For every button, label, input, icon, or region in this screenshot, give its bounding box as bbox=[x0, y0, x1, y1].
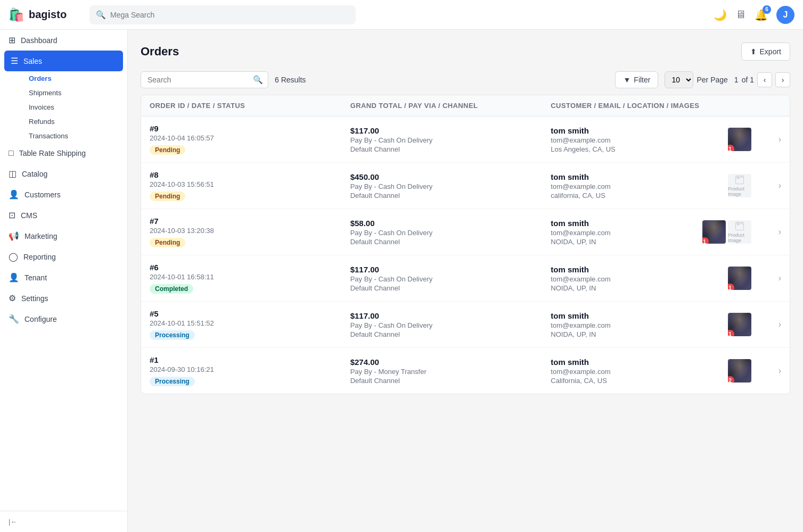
order-id-cell: #9 2024-10-04 16:05:57 Pending bbox=[150, 124, 350, 155]
order-pay-via: Pay By - Cash On Delivery bbox=[350, 229, 551, 237]
status-badge: Pending bbox=[150, 192, 185, 201]
global-search-bar[interactable]: 🔍 bbox=[89, 5, 356, 24]
sidebar-item-sales-label: Sales bbox=[23, 57, 42, 65]
product-image: 1 bbox=[728, 267, 751, 290]
row-navigate-arrow[interactable]: › bbox=[751, 273, 781, 283]
order-customer-cell: tom smith tom@example.com Los Angeles, C… bbox=[551, 126, 751, 153]
sidebar-item-dashboard-label: Dashboard bbox=[21, 36, 58, 45]
order-amount: $58.00 bbox=[350, 219, 551, 228]
notification-icon[interactable]: 🔔 6 bbox=[755, 9, 768, 21]
table-row: #9 2024-10-04 16:05:57 Pending $117.00 P… bbox=[141, 117, 790, 163]
filter-button[interactable]: ▼ Filter bbox=[615, 71, 658, 88]
reporting-icon: ◯ bbox=[9, 252, 18, 262]
product-images-cell: Product Image bbox=[728, 174, 751, 197]
order-id: #1 bbox=[150, 355, 350, 364]
customer-name: tom smith bbox=[551, 126, 615, 135]
row-navigate-arrow[interactable]: › bbox=[751, 135, 781, 144]
monitor-icon[interactable]: 🖥 bbox=[735, 9, 746, 21]
status-badge: Processing bbox=[150, 330, 195, 340]
mega-search-input[interactable] bbox=[110, 11, 349, 19]
product-image: 1 bbox=[728, 128, 751, 151]
col-header-action bbox=[751, 102, 781, 110]
order-customer-cell: tom smith tom@example.com NOIDA, UP, IN … bbox=[551, 219, 751, 246]
customer-name: tom smith bbox=[551, 172, 610, 181]
customer-email: tom@example.com bbox=[551, 136, 615, 144]
customer-name: tom smith bbox=[551, 219, 610, 228]
page-total: of 1 bbox=[742, 76, 754, 84]
customer-name: tom smith bbox=[551, 311, 610, 320]
sidebar-item-transactions[interactable]: Transactions bbox=[22, 129, 127, 143]
status-badge: Completed bbox=[150, 284, 193, 294]
orders-search-input[interactable] bbox=[141, 71, 268, 88]
sidebar-item-tenant[interactable]: 👤 Tenant bbox=[0, 267, 127, 288]
search-wrap: 🔍 bbox=[141, 71, 268, 88]
brand-icon: 🛍️ bbox=[9, 7, 24, 22]
order-id-cell: #8 2024-10-03 15:56:51 Pending bbox=[150, 170, 350, 201]
prev-page-button[interactable]: ‹ bbox=[757, 72, 772, 87]
customer-name: tom smith bbox=[551, 358, 610, 367]
order-channel: Default Channel bbox=[350, 330, 551, 338]
product-image-placeholder: Product Image bbox=[728, 220, 751, 244]
order-id: #7 bbox=[150, 217, 350, 226]
brand-logo[interactable]: 🛍️ bagisto bbox=[9, 7, 83, 22]
order-date: 2024-09-30 10:16:21 bbox=[150, 365, 350, 373]
export-button[interactable]: ⬆ Export bbox=[741, 43, 790, 61]
customer-location: NOIDA, UP, IN bbox=[551, 330, 610, 338]
moon-icon[interactable]: 🌙 bbox=[714, 9, 727, 21]
order-id: #6 bbox=[150, 263, 350, 272]
row-navigate-arrow[interactable]: › bbox=[751, 227, 781, 237]
order-amount: $117.00 bbox=[350, 311, 551, 320]
sidebar-item-dashboard[interactable]: ⊞ Dashboard bbox=[0, 30, 127, 51]
sidebar-item-settings-label: Settings bbox=[21, 294, 48, 303]
customer-email: tom@example.com bbox=[551, 368, 610, 376]
orders-toolbar: 🔍 6 Results ▼ Filter 10 25 50 Per Page 1… bbox=[141, 71, 790, 88]
sidebar-item-invoices[interactable]: Invoices bbox=[22, 100, 127, 114]
sidebar-collapse-button[interactable]: |← bbox=[0, 511, 127, 532]
order-customer-cell: tom smith tom@example.com NOIDA, UP, IN … bbox=[551, 265, 751, 292]
image-count-badge: 1 bbox=[728, 284, 734, 290]
status-badge: Pending bbox=[150, 145, 185, 155]
order-payment-cell: $450.00 Pay By - Cash On Delivery Defaul… bbox=[350, 172, 551, 200]
table-header: Order ID / Date / Status Grand Total / P… bbox=[141, 95, 790, 117]
order-customer-cell: tom smith tom@example.com NOIDA, UP, IN … bbox=[551, 311, 751, 338]
row-navigate-arrow[interactable]: › bbox=[751, 366, 781, 376]
pagination-wrap: 1 of 1 ‹ › bbox=[734, 72, 790, 87]
search-icon: 🔍 bbox=[96, 10, 106, 20]
order-payment-cell: $117.00 Pay By - Cash On Delivery Defaul… bbox=[350, 126, 551, 153]
sidebar-item-customers[interactable]: 👤 Customers bbox=[0, 184, 127, 205]
product-images-cell: 1 bbox=[728, 128, 751, 151]
user-avatar[interactable]: J bbox=[776, 6, 794, 24]
sidebar-item-reporting[interactable]: ◯ Reporting bbox=[0, 246, 127, 267]
sidebar-item-shipments[interactable]: Shipments bbox=[22, 86, 127, 100]
sidebar-item-catalog[interactable]: ◫ Catalog bbox=[0, 163, 127, 184]
product-images-cell: 1 bbox=[728, 267, 751, 290]
sidebar-item-cms[interactable]: ⊡ CMS bbox=[0, 205, 127, 226]
sidebar-item-refunds[interactable]: Refunds bbox=[22, 114, 127, 129]
sidebar-item-sales[interactable]: ☰ Sales bbox=[4, 51, 123, 71]
customer-location: NOIDA, UP, IN bbox=[551, 284, 610, 292]
customer-email: tom@example.com bbox=[551, 229, 610, 237]
main-layout: ⊞ Dashboard ☰ Sales Orders Shipments Inv… bbox=[0, 30, 803, 532]
sidebar-item-settings[interactable]: ⚙ Settings bbox=[0, 288, 127, 309]
row-navigate-arrow[interactable]: › bbox=[751, 320, 781, 329]
product-image-placeholder: Product Image bbox=[728, 174, 751, 197]
sidebar-item-configure-label: Configure bbox=[24, 315, 57, 323]
sidebar-item-configure[interactable]: 🔧 Configure bbox=[0, 309, 127, 329]
order-pay-via: Pay By - Money Transfer bbox=[350, 368, 551, 376]
page-header: Orders ⬆ Export bbox=[141, 43, 790, 61]
next-page-button[interactable]: › bbox=[775, 72, 790, 87]
order-channel: Default Channel bbox=[350, 192, 551, 200]
configure-icon: 🔧 bbox=[9, 314, 19, 324]
sidebar-item-table-rate-shipping[interactable]: □ Table Rate Shipping bbox=[0, 143, 127, 163]
row-navigate-arrow[interactable]: › bbox=[751, 181, 781, 190]
order-amount: $117.00 bbox=[350, 126, 551, 135]
dashboard-icon: ⊞ bbox=[9, 35, 15, 45]
sidebar-item-orders[interactable]: Orders bbox=[22, 71, 127, 86]
product-images-cell: 1 bbox=[728, 313, 751, 336]
table-row: #5 2024-10-01 15:51:52 Processing $117.0… bbox=[141, 302, 790, 348]
product-image: 2 bbox=[728, 359, 751, 383]
customer-location: california, CA, US bbox=[551, 192, 610, 200]
order-amount: $117.00 bbox=[350, 265, 551, 274]
sidebar-item-marketing[interactable]: 📢 Marketing bbox=[0, 226, 127, 246]
per-page-select[interactable]: 10 25 50 bbox=[665, 71, 693, 88]
